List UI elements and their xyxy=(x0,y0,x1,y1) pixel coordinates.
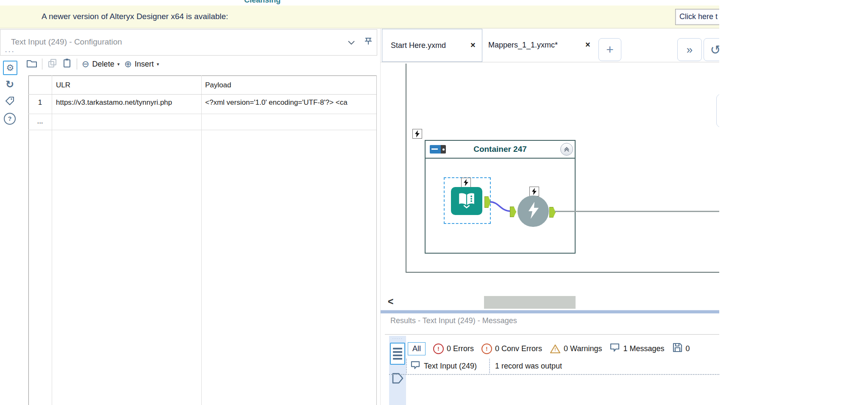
lightning-annotation-icon xyxy=(461,178,471,187)
tab-label: Mappers_1_1.yxmc* xyxy=(488,41,558,50)
history-undo-icon: ↺ xyxy=(710,42,719,57)
pin-icon[interactable] xyxy=(363,36,373,48)
panel-grip-handle[interactable]: ··· xyxy=(5,48,15,55)
filter-files-label: 0 xyxy=(686,344,690,353)
container-header: Container 247 xyxy=(426,141,575,159)
speech-bubble-icon xyxy=(410,360,420,371)
help-tab-button[interactable]: ? xyxy=(4,113,16,125)
open-book-icon xyxy=(457,192,476,210)
filter-errors-label: 0 Errors xyxy=(447,344,474,353)
tag-icon xyxy=(4,95,15,108)
copy-icon[interactable] xyxy=(47,58,57,70)
warning-triangle-icon: ! xyxy=(550,344,561,354)
close-icon[interactable]: × xyxy=(585,40,590,50)
macro-input-tool[interactable] xyxy=(451,187,482,215)
filter-warnings-button[interactable]: ! 0 Warnings xyxy=(550,344,602,354)
lightning-bolt-icon xyxy=(528,202,539,221)
row-number-new[interactable]: ... xyxy=(28,117,52,126)
results-divider xyxy=(385,334,719,335)
grid-cell-ulr[interactable]: https://v3.tarkastamo.net/tynnyri.php xyxy=(56,98,200,107)
lightning-annotation-icon xyxy=(529,187,539,196)
caret-down-icon: ▾ xyxy=(157,61,159,67)
macro-tool[interactable] xyxy=(517,196,549,227)
canvas-page-bottom-edge xyxy=(406,272,719,273)
update-download-button[interactable]: Click here t xyxy=(675,9,719,25)
speech-bubble-icon xyxy=(609,343,620,355)
caret-down-icon: ▾ xyxy=(117,61,120,67)
column-header-ulr: ULR xyxy=(56,81,70,89)
grid-toolbar: ⊖ Delete ▾ ⊕ Insert ▾ xyxy=(26,56,159,72)
horizontal-splitter[interactable] xyxy=(381,310,719,313)
tab-start-here[interactable]: Start Here.yxmd × xyxy=(382,29,482,62)
insert-button[interactable]: ⊕ Insert ▾ xyxy=(124,59,159,69)
save-disk-icon xyxy=(672,342,683,355)
list-lines-icon xyxy=(393,355,402,356)
tab-label: Start Here.yxmd xyxy=(391,41,446,50)
results-filter-bar: All ! 0 Errors ! 0 Conv Errors ! 0 Warni… xyxy=(408,339,719,358)
update-banner: A newer version of Alteryx Designer x64 … xyxy=(0,6,719,28)
row-number: 1 xyxy=(28,98,52,107)
message-tool-name: Text Input (249) xyxy=(424,362,477,371)
connection-wire xyxy=(488,198,513,215)
grid-border-top xyxy=(28,75,376,76)
grid-row-divider xyxy=(28,114,376,114)
canvas-page-left-edge xyxy=(406,64,406,273)
paste-icon[interactable] xyxy=(62,58,72,70)
delete-button[interactable]: ⊖ Delete ▾ xyxy=(82,59,120,69)
results-grip-handle[interactable]: ····· xyxy=(389,336,406,341)
alteryx-designer-window: Cleansing A newer version of Alteryx Des… xyxy=(0,0,868,405)
question-icon: ? xyxy=(4,113,16,125)
config-panel-title: Text Input (249) - Configuration xyxy=(11,37,122,47)
vertical-splitter[interactable] xyxy=(380,28,381,405)
column-header-payload: Payload xyxy=(205,81,231,89)
new-tab-button[interactable]: + xyxy=(598,38,621,61)
connection-wire xyxy=(555,211,719,212)
message-row-divider xyxy=(389,374,719,375)
canvas-nav-fragment xyxy=(716,94,719,127)
toolbar-divider xyxy=(42,59,42,70)
conv-error-icon: ! xyxy=(481,344,492,354)
workflow-tab-button[interactable]: ↻ xyxy=(4,78,16,90)
error-icon: ! xyxy=(433,344,444,354)
close-icon[interactable]: × xyxy=(470,40,476,50)
plus-circle-icon: ⊕ xyxy=(124,59,132,69)
tab-mappers[interactable]: Mappers_1_1.yxmc* × xyxy=(482,29,595,62)
tab-overflow-button[interactable]: » xyxy=(677,38,702,61)
tab-cleansing[interactable]: Cleansing xyxy=(244,0,303,6)
list-lines-icon xyxy=(393,348,402,349)
tabbar-border xyxy=(381,62,719,62)
grid-row-divider xyxy=(28,130,376,130)
plus-icon: + xyxy=(606,42,614,57)
grid-column-divider xyxy=(201,75,202,405)
container-collapse-button[interactable] xyxy=(560,143,573,156)
gear-icon: ⚙ xyxy=(6,63,14,73)
configuration-tab-button[interactable]: ⚙ xyxy=(3,61,17,75)
folder-icon[interactable] xyxy=(26,58,37,70)
list-lines-icon xyxy=(393,351,402,353)
update-banner-text: A newer version of Alteryx Designer x64 … xyxy=(42,12,228,21)
filter-all-button[interactable]: All xyxy=(408,342,426,355)
filter-warnings-label: 0 Warnings xyxy=(564,344,602,353)
lightning-annotation-icon xyxy=(412,129,422,139)
message-text: 1 record was output xyxy=(495,362,562,371)
minus-circle-icon: ⊖ xyxy=(82,59,89,69)
message-row[interactable]: Text Input (249) 1 record was output xyxy=(406,359,562,373)
results-panel-title: Results - Text Input (249) - Messages xyxy=(390,316,517,325)
messages-view-button[interactable] xyxy=(390,343,405,365)
filter-conv-errors-label: 0 Conv Errors xyxy=(495,344,542,353)
history-button[interactable]: ↺ xyxy=(704,38,719,61)
toolbar-divider xyxy=(77,59,77,70)
chevrons-right-icon: » xyxy=(687,43,693,56)
filter-files-button[interactable]: 0 xyxy=(672,342,690,355)
grid-column-divider xyxy=(52,75,52,405)
filter-errors-button[interactable]: ! 0 Errors xyxy=(433,344,474,354)
annotation-tab-button[interactable] xyxy=(4,96,16,108)
results-icon-strip: ····· xyxy=(389,336,406,405)
scroll-left-arrow[interactable]: < xyxy=(388,296,393,307)
insert-label: Insert xyxy=(135,60,154,69)
filter-conv-errors-button[interactable]: ! 0 Conv Errors xyxy=(481,344,542,354)
grid-cell-payload[interactable]: <?xml version='1.0' encoding='UTF-8'?> <… xyxy=(205,98,376,107)
chevron-down-icon[interactable] xyxy=(346,37,356,49)
filter-messages-button[interactable]: 1 Messages xyxy=(609,343,664,355)
horizontal-scrollbar-thumb[interactable] xyxy=(484,296,576,309)
